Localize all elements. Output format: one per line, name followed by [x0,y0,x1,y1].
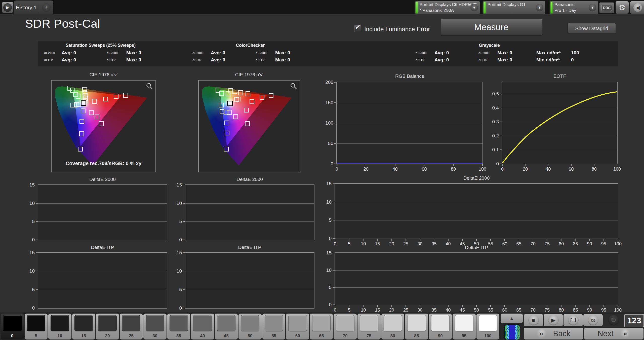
metric-label: dE2000 [256,51,267,55]
gray-level-label: 90 [429,333,452,338]
device-dropdown-2[interactable]: Portrait Displays G1▼ [483,1,545,14]
gray-level-label: 65 [310,333,333,338]
x-tick-mark [547,239,547,241]
x-tick-label: 60 [502,308,507,313]
gray-level-button-70[interactable]: 70 [334,314,357,339]
gray-level-button-25[interactable]: 25 [120,314,143,339]
ddc-button[interactable]: DDC [599,2,614,13]
gray-level-button-40[interactable]: 40 [191,314,214,339]
measure-button[interactable]: Measure [441,19,542,36]
gray-level-label: 60 [286,333,309,338]
x-tick-label: 15 [375,241,380,247]
collapse-panel-button[interactable]: ◀ [630,1,644,14]
y-tick-mark [333,238,335,239]
metric-value: Max: 0 [275,50,290,56]
stop-button[interactable]: ■ [524,314,543,326]
x-tick-mark [490,239,491,241]
back-chevron-icon: « [537,329,547,339]
chart-title-deitp_mid: DeltaE ITP [238,245,261,250]
y-tick-label: 5 [20,287,35,292]
metric-value: Avg: 0 [211,57,225,63]
gray-level-button-10[interactable]: 10 [48,314,71,339]
x-tick-label: 65 [516,241,521,247]
chart-title-deitp_left: DeltaE ITP [91,245,114,250]
gray-level-button-100[interactable]: 100 [476,314,500,339]
left-arrow-icon: ◀ [636,5,639,10]
device-line2: * Panasonic Z90A [420,8,454,13]
gray-level-button-5[interactable]: 5 [25,314,48,339]
x-tick-mark [502,164,503,166]
show-datagrid-button[interactable]: Show Datagrid [568,23,616,34]
x-tick-mark [571,164,572,166]
gray-level-button-15[interactable]: 15 [72,314,95,339]
gray-level-button-95[interactable]: 95 [453,314,476,339]
x-tick-label: 90 [587,241,592,247]
gray-level-button-90[interactable]: 90 [429,314,452,339]
gray-level-button-35[interactable]: 35 [167,314,190,339]
x-tick-mark [519,305,519,307]
x-tick-mark [366,164,366,166]
x-tick-mark [424,164,424,166]
y-tick-mark [500,149,502,150]
add-tab-button[interactable]: + [39,3,53,12]
device-dropdown-1[interactable]: Portrait Displays C6 HDR5000* Panasonic … [415,1,480,14]
x-tick-label: 80 [559,308,564,313]
include-luminance-checkbox[interactable]: ✔ [354,25,361,32]
gray-level-button-50[interactable]: 50 [238,314,262,339]
x-tick-mark [519,239,519,241]
gray-level-button-85[interactable]: 85 [405,314,428,339]
y-tick-label: 0 [316,302,332,308]
back-button[interactable]: « Back [524,328,583,339]
gray-level-button-30[interactable]: 30 [143,314,167,339]
x-tick-mark [406,305,406,307]
pattern-preview-thumbnail[interactable] [504,324,520,340]
x-tick-mark [448,305,449,307]
y-tick-label: 0 [484,161,499,167]
play-icon: ▶ [548,315,559,325]
y-tick-label: 0 [318,161,333,167]
x-tick-mark [476,239,477,241]
y-tick-mark [333,270,335,271]
measurement-marker [227,110,232,115]
gray-level-button-55[interactable]: 55 [262,314,286,339]
chart-title-de2000_left: DeltaE 2000 [89,177,116,182]
gray-swatch [407,315,426,331]
gray-level-button-80[interactable]: 80 [381,314,405,339]
loop-button[interactable]: ∞ [583,314,603,326]
gray-level-button-45[interactable]: 45 [215,314,238,339]
gray-level-button-20[interactable]: 20 [96,314,119,339]
zoom-magnifier-icon[interactable] [146,83,153,90]
settings-button[interactable]: ⚙ [615,1,629,14]
play-button[interactable]: ▶ [544,314,563,326]
y-tick-label: 50 [318,141,333,146]
y-tick-label: 10 [167,268,182,274]
pattern-up-button[interactable]: ▲ [501,314,523,323]
expand-panel-button[interactable]: ▶ [2,2,13,13]
measurement-marker [92,99,97,104]
zoom-magnifier-icon[interactable] [290,83,297,90]
measurement-marker [79,119,84,124]
y-tick-label: 150 [318,100,333,105]
y-tick-mark [183,185,185,185]
infinity-icon: ∞ [588,315,598,325]
device-line1: Portrait Displays G1 [488,2,526,7]
x-tick-label: 60 [502,241,507,247]
x-tick-label: 50 [474,308,479,313]
y-tick-label: 0.5 [484,91,499,97]
measurement-marker [269,93,273,98]
y-tick-mark [333,287,335,288]
device-dropdown-3[interactable]: PanasonicPro 1 - Day▼ [550,1,598,14]
gray-level-button-0[interactable]: 0 [1,314,24,339]
gray-level-button-65[interactable]: 65 [310,314,333,339]
refresh-button[interactable]: ↻ [603,314,624,327]
gray-level-button-75[interactable]: 75 [357,314,381,339]
pattern-window-button[interactable]: [··] [564,314,583,326]
next-button[interactable]: Next » [584,328,643,339]
metric-value: Avg: 0 [62,50,76,56]
x-tick-mark [533,305,533,307]
tab-history-1[interactable]: History 1 + [14,1,53,14]
x-tick-mark [594,164,594,166]
x-tick-label: 70 [531,241,536,247]
chart-title-de2000_mid: DeltaE 2000 [236,177,263,182]
gray-level-button-60[interactable]: 60 [286,314,309,339]
